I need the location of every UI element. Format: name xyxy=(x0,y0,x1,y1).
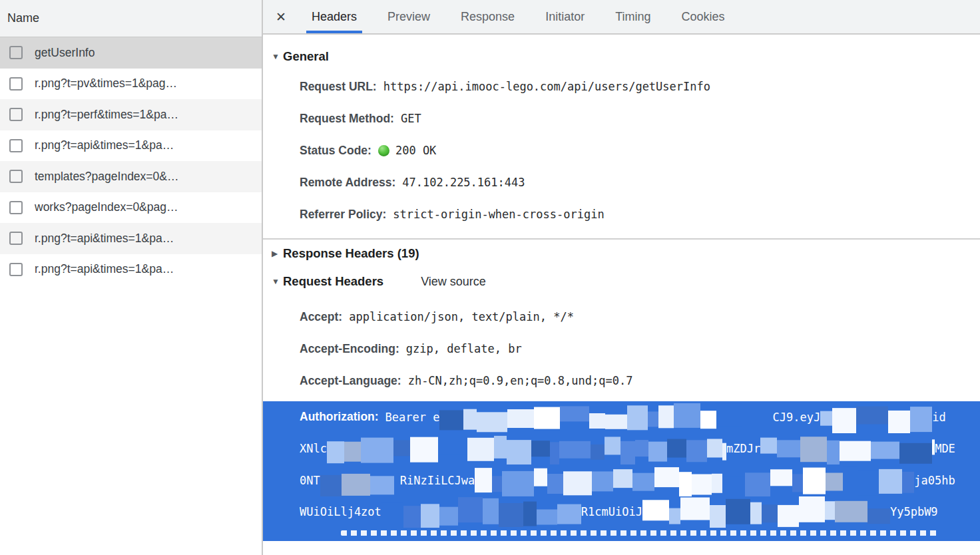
redacted-token-mosaic xyxy=(381,496,581,528)
mosaic-block xyxy=(560,407,589,422)
view-source-button[interactable]: View source xyxy=(421,275,486,289)
request-name-label: r.png?t=perf&times=1&pa… xyxy=(35,108,178,122)
mosaic-block xyxy=(843,466,857,492)
mosaic-block xyxy=(507,409,535,428)
mosaic-block xyxy=(750,502,762,524)
network-request-row[interactable]: templates?pageIndex=0&… xyxy=(0,161,262,192)
mosaic-block xyxy=(871,442,899,459)
tab-cookies[interactable]: Cookies xyxy=(682,0,725,33)
response-headers-section-header[interactable]: ▶ Response Headers (19) xyxy=(263,240,980,268)
redacted-token-mosaic xyxy=(642,496,890,528)
mosaic-block xyxy=(550,442,559,464)
mosaic-block xyxy=(458,498,482,523)
general-section-header[interactable]: ▼ General xyxy=(263,43,980,71)
mosaic-block xyxy=(825,501,835,520)
mosaic-block xyxy=(856,407,888,425)
header-name: Accept: xyxy=(300,310,342,324)
general-kv-list: Request URL:https://api.imooc-lego.com/a… xyxy=(263,71,980,230)
request-checkbox[interactable] xyxy=(9,46,23,59)
mosaic-block xyxy=(777,441,800,458)
redacted-token-mosaic xyxy=(439,401,772,433)
mosaic-block xyxy=(381,502,404,528)
network-request-row[interactable]: r.png?t=api&times=1&pa… xyxy=(0,223,262,254)
tab-initiator[interactable]: Initiator xyxy=(545,0,585,33)
mosaic-block xyxy=(669,508,681,524)
mosaic-block xyxy=(499,503,523,527)
request-checkbox[interactable] xyxy=(9,77,23,91)
section-title: Request Headers xyxy=(283,274,383,289)
header-name: Referrer Policy: xyxy=(300,208,386,222)
request-name-label: getUserInfo xyxy=(35,46,95,60)
token-fragment: XNlc xyxy=(300,442,327,455)
mosaic-block xyxy=(642,500,669,520)
mosaic-block xyxy=(627,406,648,431)
request-checkbox[interactable] xyxy=(9,263,23,276)
mosaic-block xyxy=(832,408,856,433)
mosaic-block xyxy=(827,441,840,464)
header-kv-row: Accept-Encoding:gzip, deflate, br xyxy=(300,333,980,365)
mosaic-block xyxy=(840,441,870,461)
detail-tabbar: ✕ HeadersPreviewResponseInitiatorTimingC… xyxy=(263,0,980,35)
mosaic-block xyxy=(605,437,620,455)
mosaic-block xyxy=(342,474,370,496)
network-request-row[interactable]: r.png?t=api&times=1&pa… xyxy=(0,130,262,162)
request-checkbox[interactable] xyxy=(9,170,23,183)
mosaic-block xyxy=(712,474,722,493)
authorization-header-highlighted[interactable]: Authorization:Bearer eCJ9.eyJidXNlcmZDJr… xyxy=(263,401,980,541)
mosaic-block xyxy=(439,507,459,526)
network-request-row[interactable]: works?pageIndex=0&pag… xyxy=(0,192,262,224)
mosaic-block xyxy=(327,441,344,463)
chevron-right-icon[interactable]: ▶ xyxy=(272,249,283,258)
mosaic-block xyxy=(531,441,550,457)
tab-timing[interactable]: Timing xyxy=(615,0,650,33)
mosaic-block xyxy=(679,472,692,496)
mosaic-block xyxy=(692,474,711,495)
mosaic-block xyxy=(799,496,825,522)
request-checkbox[interactable] xyxy=(9,139,23,152)
mosaic-block xyxy=(778,505,799,527)
authorization-line: XNlcmZDJrMDE xyxy=(300,433,980,465)
mosaic-block xyxy=(475,468,492,492)
tab-headers[interactable]: Headers xyxy=(312,0,357,33)
mosaic-block xyxy=(902,472,915,493)
mosaic-block xyxy=(722,476,745,492)
mosaic-block xyxy=(667,439,686,458)
mosaic-block xyxy=(613,469,632,488)
chevron-down-icon[interactable]: ▼ xyxy=(272,277,283,286)
mosaic-block xyxy=(803,468,826,494)
mosaic-block xyxy=(547,474,563,494)
request-checkbox[interactable] xyxy=(9,201,23,214)
request-checkbox[interactable] xyxy=(9,232,23,245)
token-fragment: Bearer e xyxy=(385,411,440,424)
header-name: Request URL: xyxy=(300,80,377,94)
redacted-token-mosaic xyxy=(320,464,400,496)
network-request-row[interactable]: r.png?t=pv&times=1&pag… xyxy=(0,69,262,100)
redacted-token-mosaic xyxy=(820,401,932,433)
tab-preview[interactable]: Preview xyxy=(387,0,430,33)
mosaic-block xyxy=(820,411,832,425)
mosaic-block xyxy=(589,413,605,429)
request-name-label: r.png?t=api&times=1&pa… xyxy=(35,138,174,152)
mosaic-block xyxy=(370,476,394,494)
token-fragment: WUiOiLlj4zot xyxy=(300,505,381,518)
network-request-row[interactable]: r.png?t=perf&times=1&pa… xyxy=(0,99,262,130)
header-kv-row: Request URL:https://api.imooc-lego.com/a… xyxy=(300,71,980,102)
request-name-label: r.png?t=api&times=1&pa… xyxy=(35,232,174,246)
request-headers-section-header[interactable]: ▼ Request Headers View source xyxy=(263,268,980,295)
mosaic-block xyxy=(467,438,494,461)
header-value: zh-CN,zh;q=0.9,en;q=0.8,und;q=0.7 xyxy=(408,374,633,387)
mosaic-block xyxy=(792,474,803,492)
chevron-down-icon[interactable]: ▼ xyxy=(272,52,283,61)
mosaic-block xyxy=(726,499,750,524)
network-request-row[interactable]: r.png?t=api&times=1&pa… xyxy=(0,254,262,285)
tab-response[interactable]: Response xyxy=(461,0,515,33)
close-icon[interactable]: ✕ xyxy=(272,9,290,25)
mosaic-block xyxy=(477,412,507,433)
redacted-token-mosaic xyxy=(475,464,914,496)
network-request-row[interactable]: getUserInfo xyxy=(0,37,262,69)
mosaic-block xyxy=(403,506,420,528)
mosaic-block xyxy=(559,441,591,459)
header-name: Remote Address: xyxy=(300,176,395,190)
request-checkbox[interactable] xyxy=(9,108,23,121)
authorization-line: 0NTRiNzIiLCJwaja05hb xyxy=(300,464,980,496)
